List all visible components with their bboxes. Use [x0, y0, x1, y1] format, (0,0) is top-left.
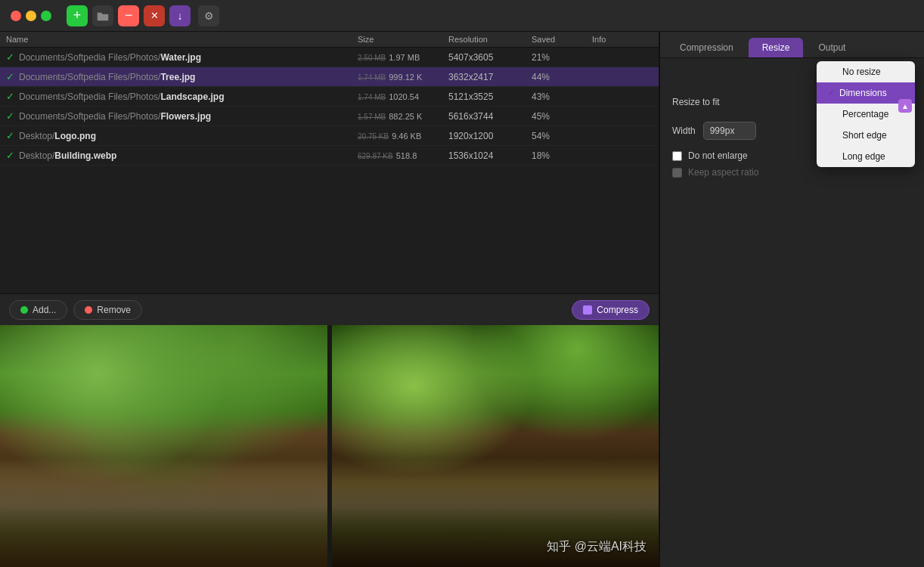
- file-resolution: 1920x1200: [448, 131, 532, 141]
- file-saved: 43%: [532, 91, 592, 102]
- compressed-image: [332, 325, 659, 567]
- col-name[interactable]: Name: [6, 35, 358, 44]
- tab-compression[interactable]: Compression: [666, 38, 747, 57]
- file-resolution: 5407x3605: [448, 52, 532, 63]
- do-not-enlarge-checkbox[interactable]: [672, 151, 682, 161]
- clear-button[interactable]: ✕: [144, 5, 165, 26]
- add-dot-icon: [20, 306, 28, 314]
- compress-label: Compress: [597, 305, 638, 315]
- keep-aspect-ratio-checkbox: [672, 168, 682, 178]
- dropdown-arrow-button[interactable]: ▲: [898, 99, 912, 113]
- file-resolution: 5121x3525: [448, 91, 532, 102]
- check-icon: ✓: [6, 51, 14, 63]
- add-label: Add...: [33, 305, 56, 315]
- popup-item-short-edge[interactable]: Short edge: [817, 125, 915, 146]
- tab-resize[interactable]: Resize: [749, 38, 804, 57]
- check-icon: ✓: [6, 150, 14, 161]
- popup-item-no-resize[interactable]: No resize: [817, 61, 915, 82]
- table-row[interactable]: ✓ Desktop/Building.webp 629.87 KB518.8 1…: [0, 146, 659, 166]
- col-info[interactable]: Info: [592, 35, 653, 44]
- file-resolution: 3632x2417: [448, 72, 532, 82]
- check-icon: ✓: [6, 71, 14, 82]
- close-button[interactable]: [11, 11, 21, 21]
- popup-item-list: No resize✓DimensionsPercentageShort edge…: [817, 61, 915, 167]
- left-panel: Name Size Resolution Saved Info ✓ Docume…: [0, 32, 659, 567]
- titlebar: + − ✕ ↓ ⚙: [0, 0, 924, 32]
- minimize-button[interactable]: [26, 11, 36, 21]
- checkmark-icon: ✓: [827, 88, 835, 98]
- tabs: Compression Resize Output: [660, 32, 924, 58]
- bottom-bar: Add... Remove Compress: [0, 293, 659, 325]
- main-layout: Name Size Resolution Saved Info ✓ Docume…: [0, 32, 924, 567]
- keep-aspect-ratio-label: Keep aspect ratio: [688, 167, 758, 178]
- remove-dot-icon: [85, 306, 92, 314]
- table-row[interactable]: ✓ Documents/Softpedia Files/Photos/Water…: [0, 48, 659, 67]
- table-row[interactable]: ✓ Documents/Softpedia Files/Photos/Tree.…: [0, 67, 659, 87]
- right-content: No resize✓DimensionsPercentageShort edge…: [660, 58, 924, 567]
- preview-original: [0, 325, 327, 567]
- table-row[interactable]: ✓ Documents/Softpedia Files/Photos/Flowe…: [0, 107, 659, 126]
- table-row[interactable]: ✓ Documents/Softpedia Files/Photos/Lands…: [0, 87, 659, 107]
- col-saved[interactable]: Saved: [532, 35, 592, 44]
- file-saved: 45%: [532, 111, 592, 122]
- table-body: ✓ Documents/Softpedia Files/Photos/Water…: [0, 48, 659, 166]
- file-table: Name Size Resolution Saved Info ✓ Docume…: [0, 32, 659, 293]
- do-not-enlarge-label[interactable]: Do not enlarge: [688, 150, 748, 161]
- open-folder-button[interactable]: [92, 5, 113, 26]
- settings-button[interactable]: ⚙: [198, 5, 219, 26]
- col-size[interactable]: Size: [358, 35, 448, 44]
- resize-to-fit-label: Resize to fit: [672, 97, 720, 107]
- original-image: [0, 325, 327, 567]
- table-row[interactable]: ✓ Desktop/Logo.png 20.75 KB9.46 KB 1920x…: [0, 126, 659, 146]
- check-icon: ✓: [6, 110, 14, 122]
- file-saved: 54%: [532, 131, 592, 141]
- col-resolution[interactable]: Resolution: [448, 35, 532, 44]
- width-label: Width: [672, 125, 696, 136]
- popup-item-long-edge[interactable]: Long edge: [817, 146, 915, 167]
- width-input[interactable]: [703, 122, 756, 140]
- preview-compressed: 知乎 @云端AI科技: [327, 325, 659, 567]
- compress-button[interactable]: Compress: [572, 300, 650, 320]
- remove-files-button[interactable]: Remove: [73, 300, 142, 320]
- keep-aspect-ratio-row: Keep aspect ratio: [672, 167, 912, 178]
- maximize-button[interactable]: [41, 11, 51, 21]
- check-icon: ✓: [6, 130, 14, 141]
- tab-output[interactable]: Output: [805, 38, 859, 57]
- file-saved: 18%: [532, 150, 592, 161]
- table-header: Name Size Resolution Saved Info: [0, 32, 659, 48]
- file-size: 2.50 MB1.97 MB: [358, 53, 448, 62]
- bottom-left-buttons: Add... Remove: [9, 300, 142, 320]
- preview-area: 知乎 @云端AI科技: [0, 325, 659, 567]
- watermark: 知乎 @云端AI科技: [547, 539, 646, 555]
- file-size: 20.75 KB9.46 KB: [358, 132, 448, 141]
- compress-icon: [583, 305, 592, 314]
- file-saved: 44%: [532, 72, 592, 82]
- file-size: 1.57 MB882.25 K: [358, 112, 448, 121]
- file-size: 629.87 KB518.8: [358, 151, 448, 160]
- check-icon: ✓: [6, 91, 14, 102]
- add-button[interactable]: Add...: [9, 300, 67, 320]
- resize-dropdown-popup[interactable]: No resize✓DimensionsPercentageShort edge…: [817, 61, 915, 167]
- file-saved: 21%: [532, 52, 592, 63]
- remove-button[interactable]: −: [118, 5, 139, 26]
- file-resolution: 1536x1024: [448, 150, 532, 161]
- save-button[interactable]: ↓: [169, 5, 191, 26]
- add-files-button[interactable]: +: [67, 5, 88, 26]
- file-resolution: 5616x3744: [448, 111, 532, 122]
- remove-label: Remove: [97, 305, 131, 315]
- file-size: 1.74 MB1020.54: [358, 92, 448, 101]
- right-panel: Compression Resize Output No resize✓Dime…: [659, 32, 924, 567]
- file-size: 1.74 MB999.12 K: [358, 73, 448, 82]
